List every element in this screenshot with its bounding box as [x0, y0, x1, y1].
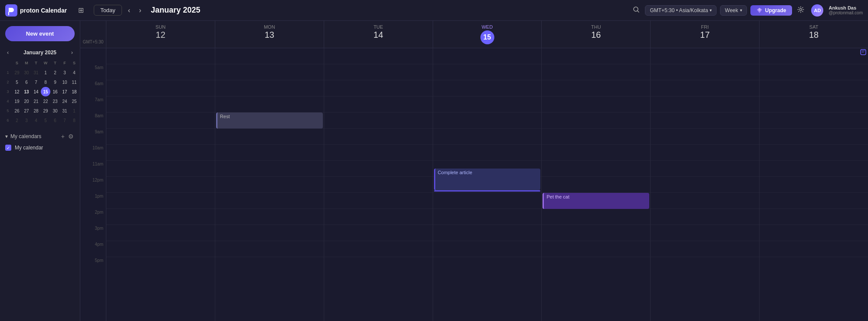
mini-cal-day[interactable]: 16 — [50, 87, 60, 96]
timezone-selector[interactable]: GMT+5:30 • Asia/Kolkata ▾ — [645, 5, 717, 16]
mini-cal-day[interactable]: 4 — [69, 68, 79, 77]
mini-cal-day[interactable]: 8 — [41, 77, 50, 87]
new-event-button[interactable]: New event — [5, 26, 75, 41]
mini-cal-day[interactable]: 7 — [60, 116, 69, 125]
week-view-selector[interactable]: Week ▾ — [720, 5, 746, 16]
day-name-sat: Sat — [809, 24, 819, 30]
mini-cal-header-t1: T — [31, 58, 41, 68]
settings-icon — [797, 6, 804, 13]
mini-cal-day[interactable]: 22 — [41, 96, 50, 106]
month-title: January 2025 — [151, 6, 624, 15]
day-header-fri[interactable]: Fri 17 — [651, 21, 760, 48]
mini-cal-day[interactable]: 1 — [69, 106, 79, 116]
upgrade-diamond-icon — [756, 7, 763, 13]
mini-cal-day[interactable]: 5 — [41, 116, 50, 125]
day-column-sat[interactable] — [760, 48, 868, 321]
mini-cal-day[interactable]: 2 — [12, 116, 22, 125]
user-avatar[interactable]: AD — [811, 4, 823, 17]
mini-cal-day[interactable]: 10 — [60, 77, 69, 87]
mini-cal-day[interactable]: 20 — [22, 96, 31, 106]
calendar-checkbox[interactable]: ✓ — [5, 145, 11, 151]
mini-cal-day[interactable]: 29 — [12, 68, 22, 77]
mini-cal-day[interactable]: 1 — [41, 68, 50, 77]
mini-cal-day[interactable]: 8 — [69, 116, 79, 125]
mini-cal-day[interactable]: 17 — [60, 87, 69, 96]
mini-cal-day[interactable]: 12 — [12, 87, 22, 96]
mini-cal-day[interactable]: 31 — [60, 106, 69, 116]
mini-cal-day[interactable]: 5 — [12, 77, 22, 87]
calendar-item-my-calendar[interactable]: ✓ My calendar — [3, 142, 76, 153]
mini-next-month-button[interactable]: › — [69, 48, 75, 56]
day-header-wed[interactable]: Wed 15 — [433, 21, 542, 48]
day-column-sun[interactable] — [106, 48, 215, 321]
mini-cal-day[interactable]: 27 — [22, 106, 31, 116]
today-button[interactable]: Today — [94, 5, 122, 16]
mini-cal-day[interactable]: 26 — [12, 106, 22, 116]
upgrade-button[interactable]: Upgrade — [750, 5, 792, 16]
week-label: Week — [725, 7, 738, 13]
mini-cal-day[interactable]: 24 — [60, 96, 69, 106]
mini-cal-day[interactable]: 18 — [69, 87, 79, 96]
mini-cal-header-m: M — [22, 58, 31, 68]
day-header-mon[interactable]: Mon 13 — [215, 21, 324, 48]
day-name-sun: Sun — [155, 24, 165, 30]
day-header-sat[interactable]: Sat 18 — [760, 21, 868, 48]
calendar-label: My calendar — [15, 145, 43, 151]
mini-cal-day[interactable]: 3 — [22, 116, 31, 125]
day-headers: GMT+5:30 Sun 12 Mon 13 Tue 14 Wed 15 — [80, 21, 868, 48]
mini-cal-day[interactable]: 6 — [50, 116, 60, 125]
mini-cal-day[interactable]: 13 — [22, 87, 31, 96]
mini-cal-day[interactable]: 28 — [31, 106, 41, 116]
event-rest[interactable]: Rest — [216, 113, 323, 129]
search-button[interactable] — [631, 4, 641, 17]
mini-cal-day[interactable]: 21 — [31, 96, 41, 106]
day-column-thu[interactable]: Pet the cat — [542, 48, 651, 321]
mini-cal-day[interactable]: 25 — [69, 96, 79, 106]
mini-cal-day[interactable]: 7 — [31, 77, 41, 87]
sat-icon — [860, 49, 866, 57]
mini-cal-day[interactable]: 23 — [50, 96, 60, 106]
day-header-tue[interactable]: Tue 14 — [324, 21, 433, 48]
add-calendar-button[interactable]: + — [60, 132, 66, 141]
mini-cal-day[interactable]: 19 — [12, 96, 22, 106]
mini-cal-day[interactable]: 4 — [31, 116, 41, 125]
calendars-header[interactable]: ▾ My calendars + ⚙ — [3, 130, 76, 142]
mini-cal-week-5: 5 26 27 28 29 30 31 1 — [3, 106, 76, 116]
next-week-button[interactable]: › — [136, 5, 144, 16]
mini-cal-day[interactable]: 11 — [69, 77, 79, 87]
prev-week-button[interactable]: ‹ — [125, 5, 133, 16]
day-num-mon: 13 — [265, 30, 274, 39]
event-pet-the-cat[interactable]: Pet the cat — [542, 193, 649, 209]
time-label-6am: 6am — [80, 80, 106, 96]
day-column-wed[interactable]: Complete article — [433, 48, 542, 321]
mini-cal-week-3: 3 12 13 14 15 16 17 18 — [3, 87, 76, 96]
event-rest-label: Rest — [220, 114, 230, 119]
mini-cal-day[interactable]: 2 — [50, 68, 60, 77]
mini-cal-day[interactable]: 9 — [50, 77, 60, 87]
mini-cal-day[interactable]: 14 — [31, 87, 41, 96]
time-label-2pm: 2pm — [80, 209, 106, 225]
day-column-tue[interactable] — [324, 48, 433, 321]
mini-cal-day[interactable]: 31 — [31, 68, 41, 77]
event-complete-article[interactable]: Complete article — [434, 169, 541, 190]
day-header-sun[interactable]: Sun 12 — [106, 21, 215, 48]
calendar-settings-button[interactable]: ⚙ — [67, 132, 75, 141]
mini-cal-day[interactable]: 30 — [50, 106, 60, 116]
day-num-tue: 14 — [374, 30, 383, 39]
day-header-thu[interactable]: Thu 16 — [542, 21, 651, 48]
day-column-mon[interactable]: Rest — [215, 48, 324, 321]
svg-point-4 — [800, 8, 802, 10]
settings-button[interactable] — [796, 4, 806, 17]
mini-cal-day[interactable]: 3 — [60, 68, 69, 77]
mini-cal-day-today[interactable]: 15 — [41, 87, 50, 96]
mini-prev-month-button[interactable]: ‹ — [5, 48, 10, 56]
user-info[interactable]: Ankush Das @protonmail.com — [829, 5, 863, 15]
mini-cal-day[interactable]: 29 — [41, 106, 50, 116]
mini-cal-day[interactable]: 6 — [22, 77, 31, 87]
week-chevron-icon: ▾ — [740, 8, 742, 13]
time-label-5am: 5am — [80, 64, 106, 80]
event-pet-the-cat-label: Pet the cat — [546, 194, 569, 199]
grid-view-icon[interactable]: ⊞ — [75, 4, 87, 17]
day-column-fri[interactable] — [651, 48, 760, 321]
mini-cal-day[interactable]: 30 — [22, 68, 31, 77]
